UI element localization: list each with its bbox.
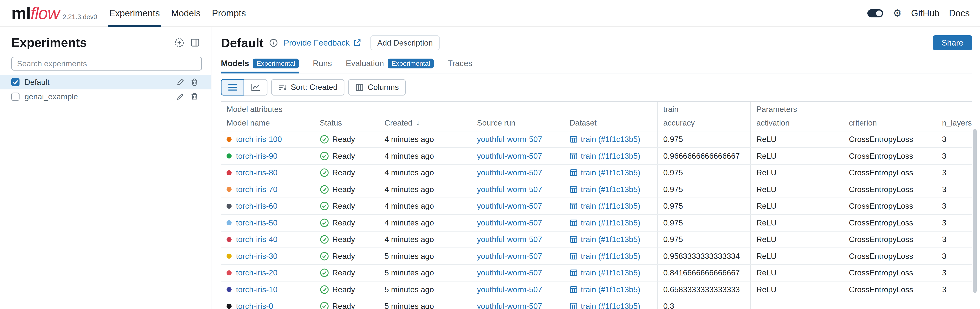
- status-cell: Ready: [314, 131, 379, 148]
- edit-experiment-icon[interactable]: [176, 78, 185, 86]
- model-name-link[interactable]: torch-iris-30: [236, 252, 277, 261]
- dataset-link[interactable]: train (#1f1c13b5): [581, 151, 640, 161]
- model-name-link[interactable]: torch-iris-0: [236, 302, 273, 309]
- tab-runs[interactable]: Runs: [313, 59, 332, 73]
- experiment-name-label[interactable]: Default: [25, 78, 49, 87]
- col-header-n-layers[interactable]: n_layers: [936, 115, 972, 131]
- model-name-link[interactable]: torch-iris-20: [236, 268, 277, 277]
- search-experiments-input[interactable]: [17, 59, 196, 68]
- provide-feedback-link[interactable]: Provide Feedback: [283, 38, 361, 48]
- nav-experiments[interactable]: Experiments: [103, 0, 165, 27]
- model-name-link[interactable]: torch-iris-50: [236, 218, 277, 227]
- group-train: train: [657, 102, 750, 115]
- dataset-link[interactable]: train (#1f1c13b5): [581, 135, 640, 144]
- source-run-cell: youthful-worm-507: [471, 282, 564, 298]
- source-run-link[interactable]: youthful-worm-507: [477, 252, 542, 261]
- col-header-dataset[interactable]: Dataset: [564, 115, 657, 131]
- status-cell: Ready: [314, 198, 379, 214]
- col-header-created[interactable]: Created ↓: [379, 115, 471, 131]
- source-run-link[interactable]: youthful-worm-507: [477, 268, 542, 277]
- dataset-link[interactable]: train (#1f1c13b5): [581, 218, 640, 227]
- dataset-table-icon: [570, 269, 578, 277]
- col-header-model-name[interactable]: Model name: [221, 115, 314, 131]
- experiment-checkbox-unchecked[interactable]: [11, 92, 19, 101]
- col-header-activation[interactable]: activation: [750, 115, 843, 131]
- source-run-link[interactable]: youthful-worm-507: [477, 285, 542, 294]
- source-run-cell: youthful-worm-507: [471, 198, 564, 214]
- sidebar-item-default[interactable]: Default: [0, 75, 211, 89]
- model-name-link[interactable]: torch-iris-80: [236, 168, 277, 177]
- col-header-status[interactable]: Status: [314, 115, 379, 131]
- dataset-link[interactable]: train (#1f1c13b5): [581, 185, 640, 194]
- chart-view-button[interactable]: [244, 79, 267, 96]
- delete-experiment-icon[interactable]: [191, 92, 198, 101]
- dataset-cell: train (#1f1c13b5): [564, 265, 657, 281]
- source-run-link[interactable]: youthful-worm-507: [477, 185, 542, 194]
- accuracy-cell: 0.8416666666666667: [657, 265, 750, 281]
- theme-toggle[interactable]: [867, 9, 883, 18]
- run-color-dot: [226, 253, 232, 259]
- nav-models[interactable]: Models: [165, 0, 206, 27]
- dataset-link[interactable]: train (#1f1c13b5): [581, 302, 640, 309]
- model-name-link[interactable]: torch-iris-90: [236, 151, 277, 161]
- settings-gear-icon[interactable]: ⚙: [892, 8, 902, 18]
- model-name-link[interactable]: torch-iris-70: [236, 185, 277, 194]
- sort-direction-icon[interactable]: ↓: [416, 118, 420, 127]
- model-name-link[interactable]: torch-iris-100: [236, 135, 282, 144]
- source-run-link[interactable]: youthful-worm-507: [477, 168, 542, 177]
- source-run-link[interactable]: youthful-worm-507: [477, 135, 542, 144]
- columns-button[interactable]: Columns: [348, 79, 406, 96]
- source-run-link[interactable]: youthful-worm-507: [477, 151, 542, 161]
- experiment-detail-pane: Default Provide Feedback Add Description…: [212, 27, 980, 309]
- col-header-criterion[interactable]: criterion: [843, 115, 936, 131]
- sidebar-title: Experiments: [11, 35, 87, 50]
- dataset-link[interactable]: train (#1f1c13b5): [581, 235, 640, 244]
- table-scrollbar[interactable]: [973, 129, 977, 293]
- col-header-source-run[interactable]: Source run: [471, 115, 564, 131]
- source-run-link[interactable]: youthful-worm-507: [477, 302, 542, 309]
- col-header-accuracy[interactable]: accuracy: [657, 115, 750, 131]
- github-link[interactable]: GitHub: [911, 8, 940, 19]
- source-run-cell: youthful-worm-507: [471, 231, 564, 248]
- run-color-dot: [226, 237, 232, 242]
- model-name-link[interactable]: torch-iris-60: [236, 202, 277, 210]
- docs-link[interactable]: Docs: [949, 8, 970, 19]
- add-description-button[interactable]: Add Description: [371, 35, 440, 50]
- sort-button[interactable]: Sort: Created: [271, 79, 344, 96]
- tab-traces[interactable]: Traces: [448, 59, 473, 73]
- experiment-name-label[interactable]: genai_example: [25, 92, 78, 101]
- source-run-link[interactable]: youthful-worm-507: [477, 202, 542, 210]
- dataset-link[interactable]: train (#1f1c13b5): [581, 202, 640, 210]
- experiment-checkbox-checked[interactable]: [11, 78, 19, 86]
- dataset-link[interactable]: train (#1f1c13b5): [581, 168, 640, 177]
- source-run-link[interactable]: youthful-worm-507: [477, 218, 542, 227]
- activation-cell: ReLU: [750, 265, 843, 281]
- edit-experiment-icon[interactable]: [176, 92, 185, 101]
- model-name-link[interactable]: torch-iris-10: [236, 285, 277, 294]
- delete-experiment-icon[interactable]: [191, 78, 198, 86]
- mlflow-logo[interactable]: mlflow 2.21.3.dev0: [11, 3, 97, 23]
- tab-evaluation[interactable]: Evaluation Experimental: [346, 59, 434, 73]
- create-experiment-icon[interactable]: [174, 38, 185, 48]
- open-panel-icon[interactable]: [190, 38, 200, 48]
- run-color-dot: [226, 137, 232, 142]
- chart-view-icon: [251, 83, 260, 91]
- dataset-link[interactable]: train (#1f1c13b5): [581, 268, 640, 277]
- dataset-cell: train (#1f1c13b5): [564, 165, 657, 181]
- share-button[interactable]: Share: [933, 35, 972, 50]
- info-icon[interactable]: [269, 38, 278, 47]
- nav-prompts[interactable]: Prompts: [206, 0, 251, 27]
- accuracy-cell: 0.6583333333333333: [657, 282, 750, 298]
- model-name-link[interactable]: torch-iris-40: [236, 235, 277, 244]
- status-cell: Ready: [314, 231, 379, 248]
- list-view-button[interactable]: [221, 79, 244, 96]
- dataset-link[interactable]: train (#1f1c13b5): [581, 285, 640, 294]
- model-name-cell: torch-iris-0: [221, 298, 314, 309]
- model-name-cell: torch-iris-40: [221, 231, 314, 248]
- source-run-link[interactable]: youthful-worm-507: [477, 235, 542, 244]
- models-table: Model attributes train Parameters Model …: [221, 101, 972, 309]
- ready-check-icon: [320, 168, 329, 177]
- dataset-link[interactable]: train (#1f1c13b5): [581, 252, 640, 261]
- sidebar-item-genai-example[interactable]: genai_example: [0, 89, 211, 104]
- tab-models[interactable]: Models Experimental: [221, 59, 299, 73]
